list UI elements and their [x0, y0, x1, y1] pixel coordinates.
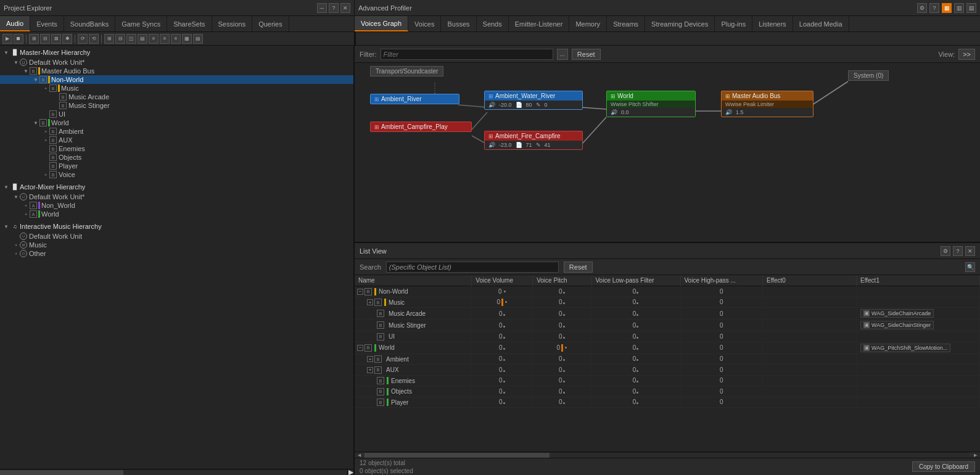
tab-memory[interactable]: Memory [569, 16, 607, 31]
section-interactive-music[interactable]: ▼ ♫ Interactive Music Hierarchy [0, 221, 353, 232]
tab-soundbanks[interactable]: SoundBanks [64, 16, 115, 31]
col-name[interactable]: Name [355, 275, 472, 286]
toolbar-btn-6[interactable]: ✱ [62, 34, 72, 44]
section-master-mixer[interactable]: ▼ ▉ Master-Mixer Hierarchy [0, 47, 353, 58]
collapse-non-world[interactable]: − [357, 289, 363, 295]
tab-emitter-listener[interactable]: Emitter-Listener [509, 16, 570, 31]
tree-item-master-audio-bus[interactable]: ▼ B Master Audio Bus [0, 67, 353, 75]
toolbar-btn-14[interactable]: ≡ [160, 34, 170, 44]
expand-ambient[interactable]: + [367, 356, 373, 362]
expand-actor-mixer[interactable]: ▼ [2, 183, 10, 191]
tree-item-enemies[interactable]: B Enemies [0, 144, 353, 153]
tree-item-world[interactable]: ▼ B World [0, 118, 353, 127]
toolbar-btn-17[interactable]: ▤ [193, 34, 203, 44]
help-btn[interactable]: ? [329, 3, 339, 13]
tree-item-music-stinger[interactable]: B Music Stinger [0, 101, 353, 110]
node-ambient-campfire[interactable]: ⊞ Ambient_Campfire_Play [370, 122, 472, 132]
toolbar-btn-16[interactable]: ▦ [182, 34, 192, 44]
minimize-btn[interactable]: ─ [317, 3, 327, 13]
expand-aux[interactable]: + [367, 367, 373, 373]
list-help-icon[interactable]: ? [953, 246, 963, 256]
tab-busses[interactable]: Busses [441, 16, 476, 31]
node-master-audio-bus[interactable]: ⊞ Master Audio Bus Wwise Peak Limiter 🔊1… [721, 91, 813, 117]
filter-input[interactable] [381, 49, 553, 60]
toolbar-btn-1[interactable]: ▶ [2, 34, 12, 44]
close-left-btn[interactable]: ✕ [340, 3, 350, 13]
tree-item-ambient[interactable]: + B Ambient [0, 127, 353, 136]
search-icon[interactable]: 🔍 [965, 262, 975, 272]
toolbar-btn-4[interactable]: ⊟ [40, 34, 50, 44]
settings-icon[interactable]: ⚙ [917, 3, 927, 13]
tab-streams[interactable]: Streams [607, 16, 645, 31]
tab-sessions[interactable]: Sessions [212, 16, 253, 31]
tab-voices[interactable]: Voices [408, 16, 441, 31]
tab-voices-graph[interactable]: Voices Graph [355, 16, 408, 31]
collapse-world[interactable]: − [357, 345, 363, 351]
toolbar-btn-7[interactable]: ⟳ [78, 34, 88, 44]
expand-music[interactable]: + [367, 299, 373, 305]
tree-item-default-work-unit-1[interactable]: ▼ U Default Work Unit* [0, 58, 353, 67]
tab-audio[interactable]: Audio [0, 16, 30, 31]
tab-plug-ins[interactable]: Plug-ins [715, 16, 752, 31]
tree-item-voice[interactable]: + B Voice [0, 170, 353, 179]
section-actor-mixer[interactable]: ▼ ▉ Actor-Mixer Hierarchy [0, 181, 353, 192]
view-btn[interactable]: >> [958, 49, 975, 60]
col-voice-pitch[interactable]: Voice Pitch [533, 275, 591, 286]
tab-events[interactable]: Events [30, 16, 64, 31]
list-close-icon[interactable]: ✕ [965, 246, 975, 256]
toolbar-btn-10[interactable]: ⊟ [115, 34, 125, 44]
filter-dots-btn[interactable]: ... [557, 49, 568, 60]
node-ambient-fire-campfire[interactable]: ⊞ Ambient_Fire_Campfire 🔊-23.0 📄71 ✎41 [484, 131, 583, 150]
tree-item-music-arcade[interactable]: B Music Arcade [0, 93, 353, 101]
list-reset-btn[interactable]: Reset [564, 262, 593, 273]
col-effect1[interactable]: Effect1 [857, 275, 980, 286]
tab-queries[interactable]: Queries [252, 16, 289, 31]
tree-item-non-world[interactable]: ▼ B Non-World [0, 75, 353, 84]
toolbar-btn-5[interactable]: ⊠ [51, 34, 61, 44]
scroll-right-btn[interactable]: ▶ [347, 469, 353, 476]
toolbar-btn-3[interactable]: ⊞ [29, 34, 39, 44]
col-effect0[interactable]: Effect0 [762, 275, 856, 286]
node-ambient-water-river[interactable]: ⊞ Ambient_Water_River 🔊-20.0 📄80 ✎0 [484, 91, 583, 110]
tab-listeners[interactable]: Listeners [752, 16, 793, 31]
col-lpf[interactable]: Voice Low-pass Filter [591, 275, 680, 286]
tab-streaming-devices[interactable]: Streaming Devices [645, 16, 715, 31]
tab-loaded-media[interactable]: Loaded Media [793, 16, 849, 31]
col-voice-volume[interactable]: Voice Volume [472, 275, 533, 286]
node-world[interactable]: ⊞ World Wwise Pitch Shifter 🔊0.0 [606, 91, 696, 117]
hscroll-left-btn[interactable]: ◀ [355, 452, 364, 458]
tree-item-other[interactable]: + O Other [0, 249, 353, 258]
copy-clipboard-btn[interactable]: Copy to Clipboard [912, 461, 975, 472]
tree-item-aux[interactable]: + B AUX [0, 136, 353, 144]
toolbar-btn-15[interactable]: ≡ [171, 34, 181, 44]
tree-item-player[interactable]: B Player [0, 162, 353, 170]
tree-item-ui[interactable]: B UI [0, 110, 353, 118]
filter-reset-btn[interactable]: Reset [572, 49, 601, 60]
expand-master-mixer[interactable]: ▼ [2, 49, 10, 56]
tree-item-non-world-2[interactable]: + A Non_World [0, 201, 353, 210]
search-input[interactable] [386, 262, 559, 273]
tab-sharesets[interactable]: ShareSets [167, 16, 212, 31]
tree-item-music[interactable]: + B Music [0, 84, 353, 93]
toolbar-btn-9[interactable]: ⊞ [104, 34, 114, 44]
toolbar-btn-2[interactable]: ⏹ [14, 34, 23, 44]
tab-game-syncs[interactable]: Game Syncs [115, 16, 167, 31]
tree-item-default-work-unit-3[interactable]: U Default Work Unit [0, 232, 353, 241]
toolbar-btn-11[interactable]: ◫ [126, 34, 136, 44]
node-ambient-river[interactable]: ⊞ Ambient_River [370, 94, 459, 104]
hscroll-right-btn[interactable]: ▶ [970, 452, 980, 458]
toolbar-btn-12[interactable]: ▤ [138, 34, 147, 44]
tab-sends[interactable]: Sends [477, 16, 509, 31]
expand-interactive-music[interactable]: ▼ [2, 223, 10, 230]
layout-icon-1[interactable]: ▦ [942, 3, 952, 13]
help-right-icon[interactable]: ? [929, 3, 939, 13]
tree-item-music-2[interactable]: + M Music [0, 241, 353, 249]
layout-icon-3[interactable]: ▤ [966, 3, 976, 13]
toolbar-btn-8[interactable]: ⟲ [89, 34, 99, 44]
col-hpf[interactable]: Voice High-pass ... [680, 275, 762, 286]
toolbar-btn-13[interactable]: ≡ [149, 34, 159, 44]
layout-icon-2[interactable]: ▥ [954, 3, 964, 13]
tree-item-objects[interactable]: B Objects [0, 153, 353, 162]
tree-item-world-2[interactable]: + A World [0, 210, 353, 218]
tree-item-default-work-unit-2[interactable]: ▼ U Default Work Unit* [0, 192, 353, 201]
